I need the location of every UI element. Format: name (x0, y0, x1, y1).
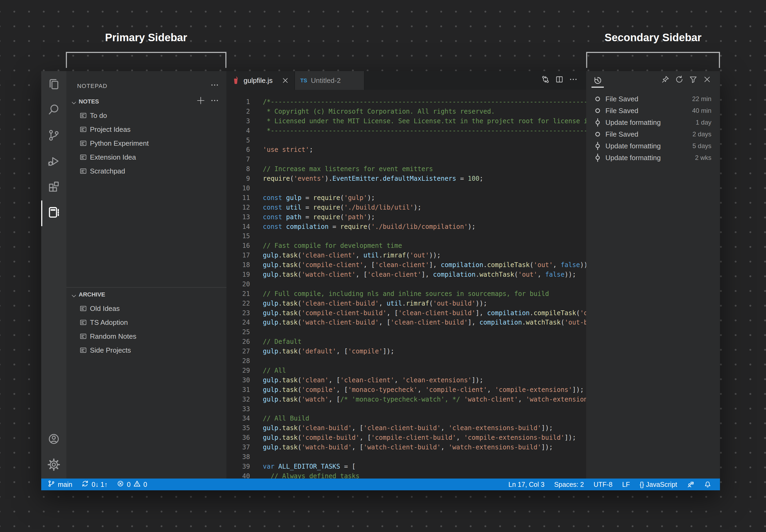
activity-item-notepad[interactable] (41, 201, 66, 226)
code-line: 15 (227, 232, 586, 241)
tab-gulpfile[interactable]: gulpfile.js (227, 71, 295, 90)
code-line: 20 (227, 280, 586, 289)
timeline-commit-icon (593, 118, 602, 127)
open-changes-button[interactable] (541, 76, 550, 85)
ellipsis-icon (211, 96, 219, 107)
timeline-item[interactable]: Update formatting2 wks (586, 152, 720, 164)
secondary-sidebar-bracket (586, 52, 720, 68)
status-item[interactable]: {} JavaScript (640, 481, 677, 488)
search-icon (47, 103, 60, 118)
timeline-item[interactable]: File Saved22 min (586, 93, 720, 105)
add-note-button[interactable] (197, 97, 205, 106)
sidebar-title: NOTEPAD (77, 83, 107, 90)
status-item[interactable]: UTF-8 (594, 481, 613, 488)
editor-actions (541, 71, 586, 90)
line-number: 36 (227, 433, 250, 443)
timeline-item-time: 1 day (696, 119, 711, 126)
tab-untitled-2[interactable]: TS Untitled-2 (295, 71, 365, 90)
code-line: 28 (227, 356, 586, 366)
status-item[interactable]: Ln 17, Col 3 (508, 481, 545, 488)
note-icon (80, 154, 87, 161)
more-actions-button[interactable] (569, 76, 578, 85)
line-number: 8 (227, 164, 250, 174)
list-item[interactable]: Extension Idea (66, 150, 227, 164)
timeline-item[interactable]: Update formatting1 day (586, 117, 720, 128)
history-icon[interactable] (593, 76, 602, 85)
line-number: 17 (227, 251, 250, 260)
code-line: 9require('events').EventEmitter.defaultM… (227, 174, 586, 184)
timeline-item-label: File Saved (606, 130, 692, 138)
close-icon[interactable] (282, 77, 289, 84)
list-item[interactable]: Python Experiment (66, 136, 227, 150)
close-panel-button[interactable] (703, 76, 711, 85)
split-editor-button[interactable] (555, 76, 564, 85)
line-number: 10 (227, 184, 250, 193)
primary-sidebar-label: Primary Sidebar (66, 32, 227, 44)
code-line: 6'use strict'; (227, 145, 586, 155)
bell-icon[interactable] (704, 481, 711, 488)
note-icon (80, 140, 87, 147)
pin-button[interactable] (661, 76, 670, 85)
list-item[interactable]: To do (66, 109, 227, 122)
status-item[interactable]: Spaces: 2 (554, 481, 584, 488)
problems-status[interactable]: 0 0 (117, 480, 147, 489)
list-item[interactable]: Scratchpad (66, 164, 227, 178)
timeline-item-time: 40 min (692, 107, 711, 114)
sync-status[interactable]: 0↓ 1↑ (81, 480, 107, 489)
list-item[interactable]: Side Projects (66, 343, 227, 357)
note-title: TS Adoption (90, 318, 128, 327)
line-number: 37 (227, 443, 250, 452)
activity-bar-spacer (41, 226, 66, 427)
notes-section-header[interactable]: NOTES (66, 95, 227, 109)
note-title: Scratchpad (90, 167, 125, 175)
sidebar-more-button[interactable] (211, 82, 219, 90)
activity-item-account[interactable] (41, 427, 66, 453)
line-number: 21 (227, 289, 250, 299)
activity-item-extensions[interactable] (41, 175, 66, 201)
code-line: 33 (227, 404, 586, 414)
line-number: 20 (227, 280, 250, 289)
list-item[interactable]: Old Ideas (66, 302, 227, 315)
warning-icon (133, 480, 141, 489)
branch-status[interactable]: main (48, 480, 72, 489)
code-line: 37gulp.task('watch-build', ['watch-clien… (227, 443, 586, 452)
line-number: 3 (227, 117, 250, 126)
activity-item-explorer[interactable] (41, 72, 66, 98)
code-line: 10 (227, 184, 586, 193)
note-icon (80, 319, 87, 326)
activity-item-settings[interactable] (41, 453, 66, 479)
archive-section-header[interactable]: ARCHIVE (66, 288, 227, 302)
list-item[interactable]: TS Adoption (66, 315, 227, 329)
line-number: 29 (227, 366, 250, 376)
code-line: 11const gulp = require('gulp'); (227, 193, 586, 203)
chevron-down-icon (71, 98, 77, 105)
feedback-icon[interactable] (687, 481, 694, 488)
note-icon (80, 333, 87, 340)
code-editor[interactable]: 1/*-------------------------------------… (227, 90, 586, 479)
timeline-item[interactable]: File Saved2 days (586, 128, 720, 140)
list-item[interactable]: Random Notes (66, 329, 227, 343)
status-item[interactable]: LF (622, 481, 630, 488)
editor-group: gulpfile.js TS Untitled-2 1/*-----------… (227, 71, 586, 479)
activity-item-search[interactable] (41, 98, 66, 124)
code-line: 25 (227, 327, 586, 337)
timeline-item[interactable]: Update formatting5 days (586, 140, 720, 152)
code-line: 40 // Always defined tasks (227, 472, 586, 479)
activity-item-run-debug[interactable] (41, 149, 66, 175)
refresh-button[interactable] (675, 76, 684, 85)
note-icon (80, 305, 87, 312)
filter-button[interactable] (689, 76, 698, 85)
note-icon (80, 347, 87, 354)
line-number: 13 (227, 213, 250, 222)
line-number: 4 (227, 126, 250, 136)
note-title: Old Ideas (90, 304, 120, 313)
secondary-sidebar: File Saved22 minFile Saved40 minUpdate f… (586, 71, 720, 479)
code-line: 16// Fast compile for development time (227, 241, 586, 251)
list-item[interactable]: Project Ideas (66, 122, 227, 136)
files-icon (47, 78, 60, 92)
code-line: 13const path = require('path'); (227, 213, 586, 222)
timeline-item[interactable]: File Saved40 min (586, 105, 720, 117)
code-line: 18gulp.task('compile-client', ['clean-cl… (227, 260, 586, 270)
activity-item-source-control[interactable] (41, 124, 66, 149)
notes-more-button[interactable] (211, 97, 219, 106)
